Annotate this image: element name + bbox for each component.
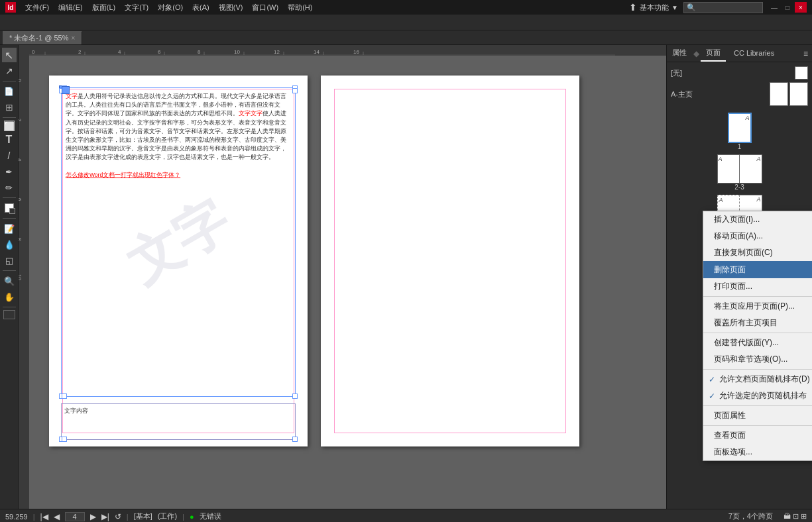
page-2-thumbnail[interactable]: A [717, 154, 740, 183]
tool-hand[interactable]: ✋ [2, 289, 17, 304]
current-page-input[interactable] [65, 512, 85, 521]
svg-text:2: 2 [78, 49, 82, 55]
menu-page-attributes[interactable]: 页面属性 [703, 407, 812, 424]
panel-tab-bar: 属性 ◆ 页面 CC Libraries ≡ [667, 45, 812, 62]
pages-thumbnails: A 1 A A 2-3 [671, 113, 808, 224]
tool-zoom[interactable]: 🔍 [2, 274, 17, 288]
text-frame-main[interactable]: 文字是人类用符号记录表达信息以传之久远的方式和工具。现代文字大多是记录语言的工具… [61, 87, 296, 397]
svg-text:12: 12 [274, 49, 280, 55]
document-tab[interactable]: * 未命名-1 @ 55% × [3, 31, 82, 44]
zoom-out-icon[interactable]: 🏔 [783, 512, 791, 520]
menu-page-numbering[interactable]: 页码和章节选项(O)... [703, 351, 812, 368]
link-text[interactable]: 怎么修改Word文档一打字就出现红色字体？ [66, 172, 180, 178]
svg-text:0: 0 [19, 79, 23, 82]
tool-text[interactable]: T [2, 132, 17, 147]
menu-sep-1 [703, 296, 812, 297]
menu-layout[interactable]: 版面(L) [88, 1, 119, 14]
label-handle-br [292, 437, 298, 442]
nav-prev-button[interactable]: ◀ [54, 512, 60, 521]
page-2-thumb-letter: A [718, 155, 723, 163]
menu-duplicate-page[interactable]: 直接复制页面(C) [703, 244, 812, 261]
ruler-horizontal: 0 2 4 6 8 10 12 14 16 [19, 45, 666, 56]
nav-first-button[interactable]: |◀ [40, 512, 48, 521]
toolbar [0, 15, 812, 30]
maximize-button[interactable]: □ [782, 2, 793, 13]
menu-edit[interactable]: 编辑(E) [54, 1, 87, 14]
page-3-thumbnail[interactable]: A [740, 154, 762, 183]
tool-separator-3 [3, 197, 16, 198]
menu-allow-shuffle[interactable]: ✓ 允许文档页面随机排布(D) [703, 371, 812, 388]
tool-separator-4 [3, 218, 16, 219]
search-input[interactable] [696, 3, 762, 11]
menu-file[interactable]: 文件(F) [21, 1, 53, 14]
panel-tab-cc-libraries[interactable]: CC Libraries [728, 46, 780, 61]
zoom-fit-icon[interactable]: ⊡ [793, 512, 799, 520]
menu-bar[interactable]: 文件(F) 编辑(E) 版面(L) 文字(T) 对象(O) 表(A) 视图(V)… [21, 1, 316, 14]
tab-close-button[interactable]: × [71, 34, 75, 42]
tool-direct-select[interactable]: ↗ [2, 64, 17, 78]
tool-eyedrop[interactable]: 💧 [2, 237, 17, 252]
label-frame[interactable]: 文字内容 [61, 403, 296, 440]
canvas-area[interactable]: 0 2 4 6 8 10 12 14 16 0 2 4 [19, 45, 666, 509]
menu-sep-4 [703, 405, 812, 406]
tool-note[interactable]: 📝 [2, 221, 17, 236]
menu-override-master[interactable]: 覆盖所有主页项目 [703, 315, 812, 331]
frame-handle-mr [292, 88, 298, 93]
menu-print-page[interactable]: 打印页面... [703, 278, 812, 295]
menu-help[interactable]: 帮助(H) [284, 1, 316, 14]
panel-menu-button[interactable]: ≡ [799, 46, 812, 61]
tool-gradient[interactable]: ◱ [2, 253, 17, 268]
status-dot: ● [190, 513, 194, 521]
tool-preview[interactable] [3, 310, 15, 319]
menu-insert-page[interactable]: 插入页面(I)... [703, 211, 812, 228]
svg-rect-20 [19, 56, 29, 509]
menu-panel-options[interactable]: 面板选项... [703, 444, 812, 460]
document-canvas[interactable]: 文字是人类用符号记录表达信息以传之久远的方式和工具。现代文字大多是记录语言的工具… [29, 56, 666, 509]
menu-view-page[interactable]: 查看页面 [703, 427, 812, 444]
tool-page[interactable]: 📄 [2, 84, 17, 99]
window-controls[interactable]: — □ × [768, 2, 807, 13]
nav-next-button[interactable]: ▶ [90, 512, 96, 521]
tool-pencil[interactable]: ✏ [2, 180, 17, 195]
nav-last-button[interactable]: ▶| [101, 512, 109, 521]
menu-apply-master[interactable]: 将主页应用于页面(P)... [703, 298, 812, 315]
page-23-thumbnails: A A [717, 154, 762, 183]
menu-move-page[interactable]: 移动页面(A)... [703, 228, 812, 244]
tool-rectangle-frame[interactable]: ⬜ [4, 121, 15, 131]
menu-table[interactable]: 表(A) [188, 1, 213, 14]
menu-text[interactable]: 文字(T) [121, 1, 152, 14]
main-text-content: 文字是人类用符号记录表达信息以传之久远的方式和工具。现代文字大多是记录语言的工具… [62, 88, 295, 396]
tool-gap[interactable]: ⊞ [2, 100, 17, 115]
page-23-number: 2-3 [734, 183, 744, 191]
nav-refresh-button[interactable]: ↺ [115, 512, 121, 521]
panel-tab-pages[interactable]: 页面 [701, 45, 726, 62]
close-button[interactable]: × [795, 2, 807, 13]
main-area: ↖ ↗ 📄 ⊞ ⬜ T / ✒ ✏ 📝 💧 ◱ 🔍 ✋ [0, 45, 812, 509]
tool-pen[interactable]: ✒ [2, 164, 17, 179]
app-icon: Id [5, 2, 16, 13]
menu-delete-page[interactable]: 删除页面 ↑ [703, 261, 812, 278]
tool-select[interactable]: ↖ [2, 48, 17, 62]
menu-window[interactable]: 窗口(W) [248, 1, 282, 14]
svg-text:6: 6 [158, 49, 161, 55]
menu-create-alternate[interactable]: 创建替代版面(Y)... [703, 335, 812, 351]
zoom-in-icon[interactable]: ⊞ [801, 512, 807, 520]
tool-separator-6 [3, 307, 16, 307]
red-text-2: 文字文字 [239, 110, 262, 117]
menu-view[interactable]: 视图(V) [215, 1, 247, 14]
panel-tab-properties[interactable]: 属性 [667, 45, 692, 62]
menu-allow-spread-shuffle[interactable]: ✓ 允许选定的跨页随机排布 [703, 388, 812, 404]
tool-color-fill[interactable] [2, 201, 17, 215]
context-menu: 插入页面(I)... 移动页面(A)... 直接复制页面(C) 删除页面 ↑ 打… [703, 211, 812, 461]
upload-icon: ⬆ [629, 2, 637, 13]
page-1-thumbnail[interactable]: A [728, 113, 752, 143]
minimize-button[interactable]: — [768, 2, 780, 13]
tool-separator-2 [3, 117, 16, 118]
tool-line[interactable]: / [2, 148, 17, 163]
mode-dropdown-icon[interactable]: ▼ [671, 4, 678, 11]
menu-object[interactable]: 对象(O) [154, 1, 187, 14]
bottombar: 59.259 | |◀ ◀ ▶ ▶| ↺ | [基本] (工作) | ● 无错误… [0, 509, 812, 522]
page-1-thumb-row[interactable]: A 1 [671, 113, 808, 150]
page-1-number: 1 [738, 143, 742, 150]
page-23-thumb-row[interactable]: A A 2-3 [671, 154, 808, 191]
